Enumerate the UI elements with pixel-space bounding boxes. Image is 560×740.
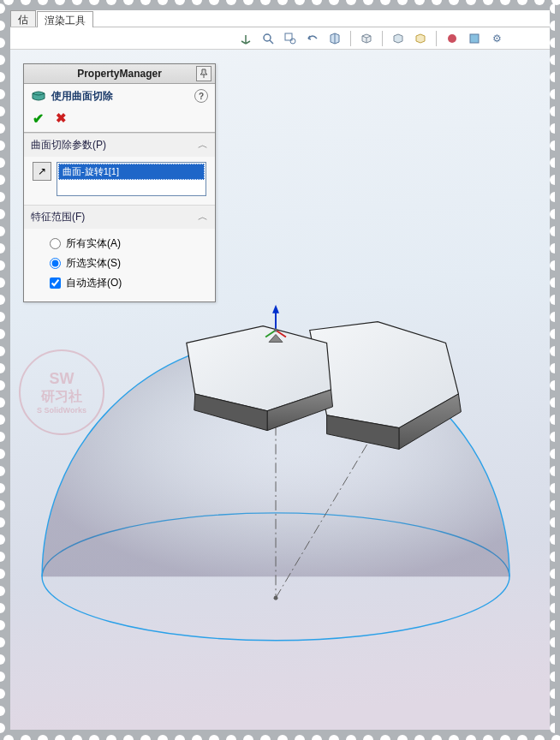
tab-evaluate[interactable]: 估: [10, 10, 36, 27]
triad-icon[interactable]: [237, 30, 254, 47]
radio-all-bodies-input[interactable]: [50, 238, 61, 249]
svg-point-14: [290, 39, 295, 44]
section-view-icon[interactable]: [326, 30, 343, 47]
section-feature-scope-body: 所有实体(A) 所选实体(S) 自动选择(O): [24, 229, 215, 301]
svg-rect-5: [0, 730, 560, 740]
radio-all-bodies[interactable]: 所有实体(A): [33, 234, 206, 254]
svg-rect-16: [470, 34, 479, 43]
svg-point-12: [264, 34, 271, 41]
app-workspace: 估 渲染工具 ⚙: [10, 10, 550, 730]
feature-header: 使用曲面切除 ?: [24, 84, 215, 108]
svg-rect-11: [550, 0, 560, 740]
check-auto-select-input[interactable]: [50, 278, 61, 289]
separator: [350, 31, 351, 46]
svg-rect-8: [0, 0, 560, 10]
view-toolbar: ⚙: [10, 27, 550, 50]
ribbon-tabs: 估 渲染工具: [10, 10, 550, 27]
radio-selected-bodies-input[interactable]: [50, 258, 61, 269]
pm-titlebar: PropertyManager: [24, 64, 215, 84]
separator: [436, 31, 437, 46]
chevron-up-icon: ︿: [198, 210, 208, 224]
confirm-row: ✔ ✖: [24, 108, 215, 132]
section-cut-params[interactable]: 曲面切除参数(P) ︿: [24, 133, 215, 157]
radio-selected-bodies[interactable]: 所选实体(S): [33, 254, 206, 273]
view-orientation-icon[interactable]: [358, 30, 375, 47]
flip-direction-button[interactable]: ↗: [33, 162, 51, 181]
separator: [382, 31, 383, 46]
selection-item[interactable]: 曲面-旋转1[1]: [58, 164, 205, 180]
svg-rect-4: [0, 0, 560, 10]
radio-label: 所有实体(A): [66, 236, 121, 251]
property-manager-panel: PropertyManager 使用曲面切除 ? ✔ ✖ 曲面切除参数(P) ︿…: [23, 63, 216, 302]
svg-rect-7: [550, 0, 560, 740]
edit-appearance-icon[interactable]: [444, 30, 461, 47]
check-label: 自动选择(O): [66, 276, 122, 290]
zoom-fit-icon[interactable]: [259, 30, 277, 47]
cancel-button[interactable]: ✖: [56, 110, 67, 127]
check-auto-select[interactable]: 自动选择(O): [33, 273, 206, 293]
feature-name: 使用曲面切除: [51, 89, 113, 104]
prev-view-icon[interactable]: [304, 30, 321, 47]
section-feature-scope[interactable]: 特征范围(F) ︿: [24, 205, 215, 229]
radio-label: 所选实体(S): [66, 256, 121, 271]
section-cut-params-body: ↗ 曲面-旋转1[1]: [24, 157, 215, 205]
svg-rect-6: [0, 0, 10, 740]
svg-point-22: [274, 329, 277, 332]
svg-rect-10: [0, 0, 10, 740]
tab-render-tools[interactable]: 渲染工具: [37, 11, 93, 27]
chevron-up-icon: ︿: [198, 138, 208, 152]
help-button[interactable]: ?: [194, 89, 208, 103]
hide-show-icon[interactable]: [412, 30, 429, 47]
svg-point-20: [274, 596, 278, 600]
surface-selection-list[interactable]: 曲面-旋转1[1]: [57, 162, 206, 196]
svg-point-15: [448, 34, 456, 43]
zoom-area-icon[interactable]: [282, 30, 299, 47]
section-title: 特征范围(F): [31, 210, 85, 224]
display-style-icon[interactable]: [390, 30, 407, 47]
svg-rect-9: [0, 730, 560, 740]
pin-button[interactable]: [196, 66, 211, 81]
view-settings-icon[interactable]: ⚙: [488, 30, 505, 47]
surface-cut-icon: [31, 88, 46, 104]
section-title: 曲面切除参数(P): [31, 138, 106, 152]
apply-scene-icon[interactable]: [466, 30, 483, 47]
ok-button[interactable]: ✔: [33, 110, 44, 127]
pm-title-text: PropertyManager: [77, 68, 162, 80]
